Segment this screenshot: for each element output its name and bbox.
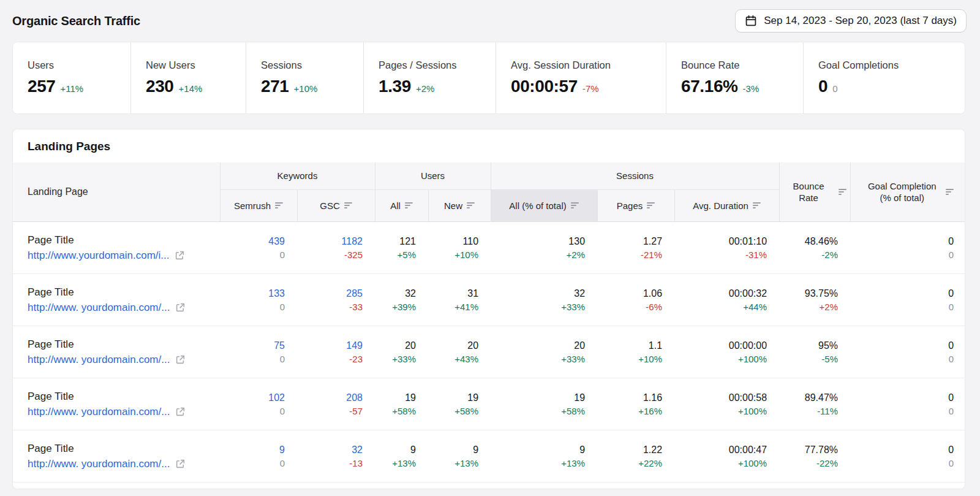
- keyword-count-link[interactable]: 32: [298, 443, 363, 457]
- column-header-semrush[interactable]: Semrush: [220, 189, 297, 221]
- cell-avg-duration: 00:00:47+100%: [674, 430, 779, 482]
- metric-value: 271: [261, 77, 289, 96]
- cell-value: 1.27: [598, 234, 662, 248]
- external-link-icon[interactable]: [175, 302, 186, 313]
- cell-value: 1.16: [598, 391, 662, 405]
- cell-diff: 0: [851, 353, 954, 365]
- cell-goal-completion: 00: [850, 326, 965, 378]
- group-header-sessions: Sessions: [491, 162, 779, 189]
- cell-diff: -23: [298, 353, 363, 365]
- metric-value: 230: [146, 77, 174, 96]
- column-header-goal-completion[interactable]: Goal Completion (% of total): [850, 162, 965, 221]
- cell-value: 19: [375, 391, 416, 405]
- keyword-count-link[interactable]: 1182: [298, 234, 363, 248]
- cell-avg-duration: 00:00:00+100%: [674, 326, 779, 378]
- column-header-users-new[interactable]: New: [428, 189, 491, 221]
- page-title-text: Page Title: [28, 337, 219, 351]
- cell-diff: +44%: [675, 300, 767, 313]
- metric-diff: -3%: [743, 83, 760, 94]
- cell-gsc: 208-57: [297, 378, 375, 430]
- cell-gsc: 285-33: [297, 273, 375, 326]
- metric-label: Avg. Session Duration: [511, 59, 666, 71]
- cell-value: 00:00:58: [675, 391, 767, 405]
- column-header-bounce-rate[interactable]: Bounce Rate: [779, 162, 850, 221]
- cell-sessions-all: 9+13%: [491, 430, 597, 482]
- cell-semrush: 4390: [220, 221, 297, 273]
- external-link-icon[interactable]: [175, 354, 186, 365]
- sort-descending-icon[interactable]: [839, 189, 846, 195]
- sort-descending-icon[interactable]: [946, 189, 954, 195]
- sort-descending-icon[interactable]: [344, 202, 352, 208]
- external-link-icon[interactable]: [175, 459, 186, 469]
- column-header-avg-duration[interactable]: Avg. Duration: [674, 189, 779, 221]
- sort-descending-icon[interactable]: [467, 202, 475, 208]
- column-header-gsc[interactable]: GSC: [297, 189, 375, 221]
- cell-value: 48.46%: [780, 234, 838, 248]
- page-title-text: Page Title: [28, 389, 219, 403]
- metric-diff: +10%: [294, 83, 318, 94]
- keyword-count-link[interactable]: 9: [221, 443, 285, 457]
- cell-pages: 1.06-6%: [597, 273, 674, 326]
- keyword-count-link[interactable]: 133: [221, 286, 285, 300]
- cell-value: 0: [851, 443, 954, 457]
- cell-diff: 0: [221, 405, 285, 418]
- cell-value: 32: [375, 286, 416, 300]
- sort-descending-icon[interactable]: [571, 202, 579, 208]
- column-header-pages[interactable]: Pages: [597, 189, 674, 221]
- cell-value: 32: [491, 286, 585, 300]
- cell-diff: +13%: [429, 457, 478, 470]
- cell-diff: +100%: [675, 353, 767, 365]
- cell-value: 00:00:32: [675, 286, 767, 300]
- column-header-users-all[interactable]: All: [375, 189, 428, 221]
- cell-diff: -33: [298, 300, 363, 313]
- cell-value: 130: [491, 234, 585, 248]
- cell-diff: -325: [298, 248, 363, 261]
- summary-metrics-card: Users 257+11% New Users 230+14% Sessions…: [12, 42, 965, 114]
- cell-value: 0: [851, 234, 954, 248]
- column-header-sessions-all[interactable]: All (% of total): [491, 189, 597, 221]
- cell-value: 1.06: [598, 286, 662, 300]
- landing-page-link[interactable]: http://www. yourdomain.com/...: [28, 353, 170, 367]
- sort-descending-icon[interactable]: [753, 202, 761, 208]
- sort-descending-icon[interactable]: [647, 202, 655, 208]
- cell-diff: -6%: [598, 300, 662, 313]
- cell-value: 9: [491, 443, 585, 457]
- cell-diff: -22%: [780, 457, 838, 470]
- cell-diff: -5%: [780, 353, 838, 365]
- landing-page-link[interactable]: http://www. yourdomain.com/...: [28, 405, 170, 419]
- cell-goal-completion: 00: [850, 273, 965, 326]
- metric-value: 67.16%: [681, 77, 738, 96]
- keyword-count-link[interactable]: 75: [221, 338, 285, 353]
- cell-diff: +13%: [375, 457, 416, 470]
- cell-diff: +43%: [429, 353, 478, 365]
- cell-sessions-all: 32+33%: [491, 273, 597, 326]
- cell-bounce-rate: 93.75%+2%: [779, 273, 850, 326]
- metric-diff: 0: [832, 83, 837, 94]
- cell-diff: +2%: [780, 300, 838, 313]
- keyword-count-link[interactable]: 439: [221, 234, 285, 248]
- keyword-count-link[interactable]: 149: [298, 338, 363, 353]
- landing-page-link[interactable]: http://www. yourdomain.com/...: [28, 457, 170, 471]
- metric-value: 1.39: [379, 77, 411, 96]
- sort-descending-icon[interactable]: [405, 202, 413, 208]
- cell-users-new: 31+41%: [428, 273, 491, 326]
- keyword-count-link[interactable]: 102: [221, 391, 285, 405]
- cell-value: 93.75%: [780, 286, 838, 300]
- cell-users-all: 121+5%: [375, 221, 428, 273]
- cell-diff: 0: [851, 457, 954, 470]
- cell-value: 00:01:10: [675, 234, 767, 248]
- landing-page-link[interactable]: http://www.yourdomain.com/i...: [28, 249, 169, 262]
- cell-users-all: 19+58%: [375, 378, 428, 430]
- cell-value: 31: [429, 286, 478, 300]
- external-link-icon[interactable]: [175, 250, 185, 261]
- metric-label: Sessions: [261, 59, 363, 71]
- landing-page-link[interactable]: http://www. yourdomain.com/...: [28, 301, 170, 315]
- landing-pages-table: Landing Page Keywords Users Sessions Bou…: [13, 162, 965, 483]
- cell-diff: +22%: [598, 457, 662, 470]
- keyword-count-link[interactable]: 285: [298, 286, 363, 300]
- cell-value: 9: [375, 443, 416, 457]
- date-range-button[interactable]: Sep 14, 2023 - Sep 20, 2023 (last 7 days…: [735, 9, 967, 32]
- keyword-count-link[interactable]: 208: [298, 391, 363, 405]
- external-link-icon[interactable]: [175, 406, 186, 417]
- sort-descending-icon[interactable]: [275, 202, 283, 208]
